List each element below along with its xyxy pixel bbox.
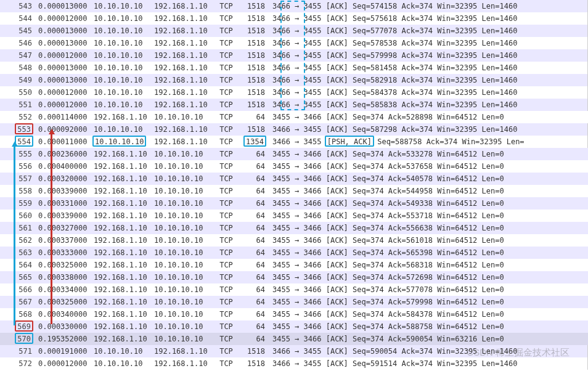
packet-no: 557 xyxy=(0,173,35,185)
table-row[interactable]: 5630.000333000192.168.1.1010.10.10.10TCP… xyxy=(0,247,588,259)
packet-info: 3466 → 3455 [ACK] Seq=574158 Ack=374 Win… xyxy=(267,0,588,12)
packet-time: 0.000400000 xyxy=(35,160,91,173)
packet-no: 555 xyxy=(0,148,35,160)
table-row[interactable]: 5610.000327000192.168.1.1010.10.10.10TCP… xyxy=(0,222,588,234)
packet-protocol: TCP xyxy=(212,160,238,173)
table-row[interactable]: 5650.000338000192.168.1.1010.10.10.10TCP… xyxy=(0,271,588,283)
packet-no: 568 xyxy=(0,308,35,320)
table-row[interactable]: 5710.00019100010.10.10.10192.168.1.10TCP… xyxy=(0,345,588,357)
packet-info: 3466 → 3455 [ACK] Seq=575618 Ack=374 Win… xyxy=(267,12,588,25)
packet-length: 1518 xyxy=(238,37,267,49)
packet-no: 571 xyxy=(0,345,35,357)
packet-dest: 192.168.1.10 xyxy=(152,0,212,12)
packet-length: 1518 xyxy=(238,25,267,37)
packet-info: 3455 → 3466 [ACK] Seq=374 Ack=549338 Win… xyxy=(267,197,588,210)
table-row[interactable]: 5440.00001200010.10.10.10192.168.1.10TCP… xyxy=(0,12,588,25)
packet-source: 10.10.10.10 xyxy=(91,123,152,136)
packet-protocol: TCP xyxy=(212,247,238,259)
packet-length: 1354 xyxy=(238,136,267,148)
table-row[interactable]: 5570.000320000192.168.1.1010.10.10.10TCP… xyxy=(0,173,588,185)
packet-no: 550 xyxy=(0,86,35,99)
packet-time: 0.000013000 xyxy=(35,62,91,74)
packet-no: 544 xyxy=(0,12,35,25)
packet-info: 3455 → 3466 [ACK] Seq=374 Ack=561018 Win… xyxy=(267,234,588,247)
packet-source: 192.168.1.10 xyxy=(91,148,152,160)
packet-source: 192.168.1.10 xyxy=(91,111,152,123)
table-row[interactable]: 5540.00001100010.10.10.10192.168.1.10TCP… xyxy=(0,136,588,148)
table-row[interactable]: 5430.00001300010.10.10.10192.168.1.10TCP… xyxy=(0,0,588,12)
packet-no: 548 xyxy=(0,62,35,74)
table-row[interactable]: 5680.000340000192.168.1.1010.10.10.10TCP… xyxy=(0,308,588,320)
packet-length: 64 xyxy=(238,160,267,173)
packet-info: 3455 → 3466 [ACK] Seq=374 Ack=588758 Win… xyxy=(267,320,588,333)
table-row[interactable]: 5580.000339000192.168.1.1010.10.10.10TCP… xyxy=(0,185,588,197)
packet-dest: 10.10.10.10 xyxy=(152,247,212,259)
packet-no: 561 xyxy=(0,222,35,234)
packet-info: 3455 → 3466 [ACK] Seq=374 Ack=540578 Win… xyxy=(267,173,588,185)
table-row[interactable]: 5480.00001300010.10.10.10192.168.1.10TCP… xyxy=(0,62,588,74)
packet-no: 556 xyxy=(0,160,35,173)
packet-protocol: TCP xyxy=(212,222,238,234)
table-row[interactable]: 5660.000334000192.168.1.1010.10.10.10TCP… xyxy=(0,283,588,296)
packet-length: 1518 xyxy=(238,0,267,12)
packet-length: 1518 xyxy=(238,357,267,370)
packet-time: 0.000331000 xyxy=(35,197,91,210)
packet-dest: 192.168.1.10 xyxy=(152,136,212,148)
packet-no: 546 xyxy=(0,37,35,49)
packet-source: 10.10.10.10 xyxy=(91,25,152,37)
table-row[interactable]: 5490.00001300010.10.10.10192.168.1.10TCP… xyxy=(0,74,588,86)
packet-no: 543 xyxy=(0,0,35,12)
packet-time: 0.000327000 xyxy=(35,222,91,234)
packet-list[interactable]: 5430.00001300010.10.10.10192.168.1.10TCP… xyxy=(0,0,588,370)
packet-length: 64 xyxy=(238,111,267,123)
table-row[interactable]: 5690.000330000192.168.1.1010.10.10.10TCP… xyxy=(0,320,588,333)
packet-time: 0.000114000 xyxy=(35,111,91,123)
packet-source: 192.168.1.10 xyxy=(91,173,152,185)
table-row[interactable]: 5550.000236000192.168.1.1010.10.10.10TCP… xyxy=(0,148,588,160)
packet-info: 3466 → 3455 [ACK] Seq=587298 Ack=374 Win… xyxy=(267,123,588,136)
table-row[interactable]: 5500.00001200010.10.10.10192.168.1.10TCP… xyxy=(0,86,588,99)
packet-protocol: TCP xyxy=(212,283,238,296)
table-row[interactable]: 5470.00001200010.10.10.10192.168.1.10TCP… xyxy=(0,49,588,62)
table-row[interactable]: 5700.195352000192.168.1.1010.10.10.10TCP… xyxy=(0,333,588,345)
packet-length: 1518 xyxy=(238,62,267,74)
packet-protocol: TCP xyxy=(212,197,238,210)
table-row[interactable]: 5720.00001200010.10.10.10192.168.1.10TCP… xyxy=(0,357,588,370)
table-row[interactable]: 5670.000325000192.168.1.1010.10.10.10TCP… xyxy=(0,296,588,308)
packet-no: 562 xyxy=(0,234,35,247)
packet-info: 3466 → 3455 [ACK] Seq=590054 Ack=374 Win… xyxy=(267,345,588,357)
packet-time: 0.000013000 xyxy=(35,0,91,12)
packet-dest: 192.168.1.10 xyxy=(152,123,212,136)
packet-source: 192.168.1.10 xyxy=(91,222,152,234)
packet-protocol: TCP xyxy=(212,123,238,136)
table-row[interactable]: 5620.000337000192.168.1.1010.10.10.10TCP… xyxy=(0,234,588,247)
packet-source: 10.10.10.10 xyxy=(91,74,152,86)
table-row[interactable]: 5590.000331000192.168.1.1010.10.10.10TCP… xyxy=(0,197,588,210)
packet-dest: 10.10.10.10 xyxy=(152,185,212,197)
table-row[interactable]: 5460.00001300010.10.10.10192.168.1.10TCP… xyxy=(0,37,588,49)
packet-protocol: TCP xyxy=(212,357,238,370)
packet-info: 3466 → 3455 [ACK] Seq=578538 Ack=374 Win… xyxy=(267,37,588,49)
packet-protocol: TCP xyxy=(212,234,238,247)
table-row[interactable]: 5640.000325000192.168.1.1010.10.10.10TCP… xyxy=(0,259,588,271)
packet-dest: 192.168.1.10 xyxy=(152,49,212,62)
packet-length: 1518 xyxy=(238,123,267,136)
table-row[interactable]: 5560.000400000192.168.1.1010.10.10.10TCP… xyxy=(0,160,588,173)
table-row[interactable]: 5450.00001300010.10.10.10192.168.1.10TCP… xyxy=(0,25,588,37)
table-row[interactable]: 5530.00009200010.10.10.10192.168.1.10TCP… xyxy=(0,123,588,136)
packet-source: 192.168.1.10 xyxy=(91,320,152,333)
table-row[interactable]: 5600.000339000192.168.1.1010.10.10.10TCP… xyxy=(0,210,588,222)
table-row[interactable]: 5520.000114000192.168.1.1010.10.10.10TCP… xyxy=(0,111,588,123)
packet-protocol: TCP xyxy=(212,25,238,37)
table-row[interactable]: 5510.00001200010.10.10.10192.168.1.10TCP… xyxy=(0,99,588,111)
packet-info: 3455 → 3466 [ACK] Seq=374 Ack=577078 Win… xyxy=(267,283,588,296)
packet-length: 1518 xyxy=(238,12,267,25)
packet-info: 3455 → 3466 [ACK] Seq=374 Ack=553718 Win… xyxy=(267,210,588,222)
packet-no: 563 xyxy=(0,247,35,259)
packet-dest: 192.168.1.10 xyxy=(152,12,212,25)
packet-source: 10.10.10.10 xyxy=(91,0,152,12)
packet-time: 0.000012000 xyxy=(35,357,91,370)
packet-no: 567 xyxy=(0,296,35,308)
packet-dest: 192.168.1.10 xyxy=(152,99,212,111)
packet-protocol: TCP xyxy=(212,74,238,86)
